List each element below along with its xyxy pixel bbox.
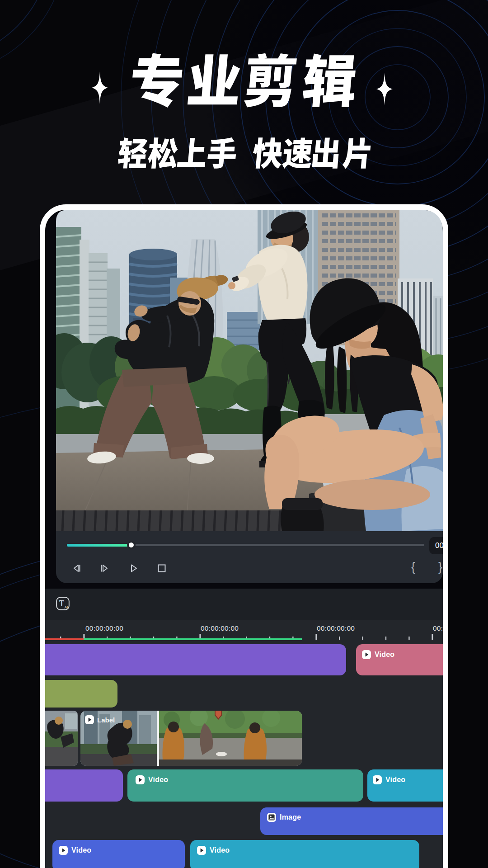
svg-text:AI: AI [65, 605, 68, 609]
svg-text:T: T [59, 599, 64, 608]
svg-text:Label: Label [97, 716, 115, 724]
